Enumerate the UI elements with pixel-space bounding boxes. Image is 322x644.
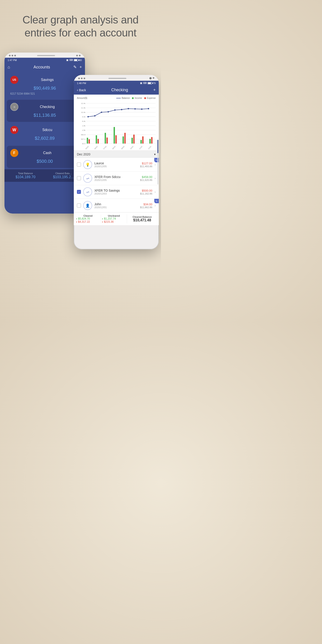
uncleared-expense-value: $215.36	[104, 220, 114, 224]
tx-amounts-2: $458.00 $11,620.86	[140, 175, 152, 181]
svg-text:507.4: 507.4	[81, 138, 86, 140]
tx-checkbox-1[interactable]	[77, 162, 81, 166]
back-button[interactable]: ‹ Back	[77, 88, 86, 92]
account-card-checking[interactable]: ⊙ Checking ⊘ $11,136.85	[7, 100, 83, 122]
account-name-sdccu: Sdccu	[18, 128, 76, 132]
tx-date-2: 2020/12/05	[94, 179, 138, 181]
cleared-balance-item: Cleared Bala... $103,195.2...	[53, 172, 74, 179]
account-card-sdccu[interactable]: W Sdccu ⊘ $2,602.89	[7, 123, 83, 145]
transaction-row-1[interactable]: 💡 Laurce 2020/12/05 $127.00 $11,493.86 ›…	[74, 158, 159, 172]
tx-name-1: Laurce	[94, 162, 138, 165]
legend-income: Income	[132, 97, 142, 99]
wifi-icon: ⌨	[69, 58, 73, 62]
tx-balance-1: $11,493.86	[140, 165, 152, 168]
account-name-checking: Checking	[18, 105, 76, 109]
month-header[interactable]: Dec 2020 ▾	[74, 151, 159, 158]
tx-icon-3: ⇌	[83, 188, 92, 196]
svg-text:07/20: 07/20	[103, 146, 107, 150]
account-card-cash[interactable]: F Cash ⊘ $500.00	[7, 146, 83, 168]
legend-balance-line	[116, 98, 121, 98]
svg-text:982.8: 982.8	[81, 134, 86, 136]
scrollbar-track[interactable]	[158, 140, 158, 184]
accounts-screen: US Savings ⊘ $90,449.96 6217 5234 6984 5…	[4, 72, 85, 214]
balance-savings: $90,449.96	[10, 86, 79, 91]
transaction-row-3[interactable]: ✓ ⇌ XFER TO Savings 2020/12/03 $500.00 $…	[74, 185, 159, 199]
uncleared-income-value: $1,237.74	[104, 217, 116, 220]
tx-date-3: 2020/12/03	[94, 192, 138, 195]
checkmark-icon-3: ✓	[78, 191, 80, 193]
logo-sdccu: W	[10, 126, 18, 134]
account-name-savings: Savings	[18, 78, 76, 82]
hw-speaker	[37, 55, 55, 56]
tx-name-3: XFER TO Savings	[94, 189, 138, 192]
legend-items: Balance Income Expense	[116, 97, 156, 99]
tx-icon-1: 💡	[83, 160, 92, 169]
total-balance-item: Total Balance $104,189.70	[16, 172, 35, 179]
logo-checking: ⊙	[10, 103, 18, 111]
tx-arrow-1: ›	[154, 163, 156, 166]
svg-point-29	[148, 108, 149, 109]
transactions-list: Dec 2020 ▾ 💡 Laurce 2020/12/05 $127.00 $…	[74, 151, 159, 212]
svg-point-22	[101, 112, 102, 113]
tx-amounts-4: $34.00 $11,662.86	[140, 202, 152, 209]
logo-cash: F	[10, 149, 18, 157]
hw-dot-3	[14, 55, 16, 56]
svg-text:12/20: 12/20	[148, 146, 152, 150]
tx-amounts-3: $500.00 $11,162.86	[140, 189, 152, 195]
svg-text:09/20: 09/20	[121, 146, 125, 150]
hw-camera-right	[149, 77, 152, 80]
svg-point-26	[128, 108, 129, 109]
scrollbar-thumb[interactable]	[158, 140, 158, 153]
uncleared-label: Uncleared	[102, 214, 126, 217]
account-name-cash: Cash	[18, 151, 76, 155]
svg-rect-37	[116, 135, 117, 144]
svg-point-25	[121, 109, 122, 110]
svg-text:05/20: 05/20	[85, 146, 89, 150]
hero-section: Clear graph analysis and entries for eac…	[0, 0, 161, 46]
cleared-income-dot: ●	[76, 218, 77, 220]
svg-text:08/20: 08/20	[112, 146, 116, 150]
transaction-row-4[interactable]: 👤 John 2020/12/01 $34.00 $11,662.86 › ↻	[74, 199, 159, 212]
tx-amount-3: $500.00	[140, 189, 152, 192]
tx-info-1: Laurce 2020/12/05	[94, 162, 138, 168]
signal-icon-right: ▣	[140, 82, 142, 84]
add-icon-right[interactable]: +	[153, 88, 156, 92]
edit-icon[interactable]: ✎	[73, 64, 77, 70]
uncleared-expense-dot: ●	[102, 221, 103, 223]
tx-checkbox-2[interactable]	[77, 176, 81, 180]
back-label: Back	[79, 88, 86, 92]
home-icon[interactable]: ⌂	[8, 65, 10, 70]
back-chevron-icon: ‹	[77, 88, 78, 92]
cleared-balance-col-label: Cleared Balance	[128, 216, 156, 218]
tx-checkbox-3[interactable]: ✓	[77, 190, 81, 194]
svg-rect-45	[151, 137, 152, 144]
legend-income-label: Income	[134, 97, 142, 99]
svg-text:32.0: 32.0	[82, 143, 86, 145]
summary-uncleared-col: Uncleared ● $1,237.74 ● $215.36	[102, 214, 126, 224]
svg-rect-31	[88, 139, 90, 144]
tx-balance-2: $11,620.86	[140, 179, 152, 181]
tx-date-4: 2020/12/01	[94, 206, 138, 209]
status-time-right: 1:48 PM	[77, 82, 86, 84]
legend-balance: Balance	[116, 97, 130, 99]
nav-bar-left: ⌂ Accounts ✎ +	[4, 62, 85, 72]
svg-rect-33	[98, 139, 99, 144]
svg-text:1.5k: 1.5k	[82, 129, 86, 131]
status-bar-right: 1:48 PM ▣ ⌨ 79	[74, 81, 159, 86]
status-bar-left: 1:47 PM ▣ ⌨ 80	[4, 58, 85, 62]
add-icon-left[interactable]: +	[80, 65, 82, 70]
account-card-savings[interactable]: US Savings ⊘ $90,449.96 6217 5234 6984 5…	[7, 73, 83, 99]
cleared-balance-col-value: $10,471.48	[128, 218, 156, 222]
legend-balance-label: Balance	[122, 97, 130, 99]
svg-rect-44	[149, 139, 151, 144]
tx-refresh-icon-4: ↻	[156, 200, 158, 202]
month-chevron-icon: ▾	[154, 152, 156, 156]
tx-refresh-icon-1: ↻	[156, 159, 158, 162]
chart-container: Amount($) Balance Income Expense	[74, 94, 159, 150]
transaction-row-2[interactable]: ⇌ XFER From Sdccu 2020/12/05 $458.00 $11…	[74, 172, 159, 185]
wifi-icon-right: ⌨	[143, 82, 147, 84]
tx-icon-2: ⇌	[83, 174, 92, 183]
svg-rect-35	[106, 138, 108, 144]
month-label: Dec 2020	[77, 152, 90, 156]
tx-checkbox-4[interactable]	[77, 204, 81, 208]
